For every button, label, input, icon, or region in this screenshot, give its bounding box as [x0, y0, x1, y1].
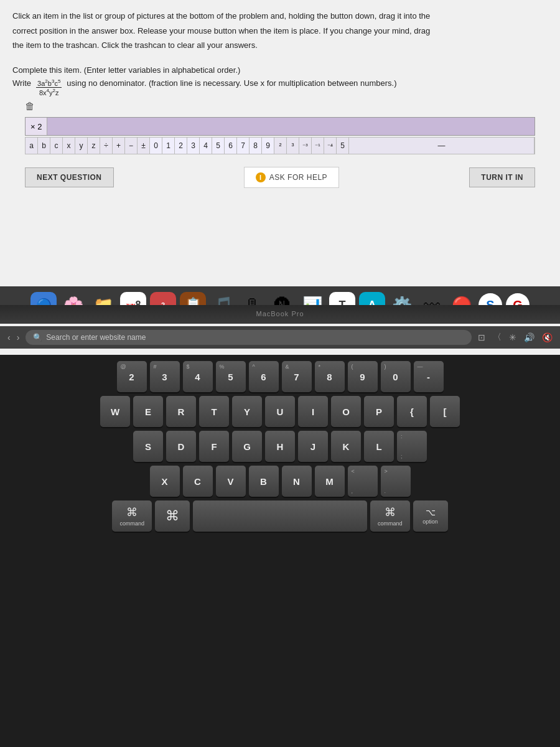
keyboard-row-asdf: S D F G H J K L :; — [5, 431, 555, 462]
key-u[interactable]: U — [265, 396, 295, 427]
key-9[interactable]: (9 — [348, 361, 378, 392]
sym-7[interactable]: 7 — [237, 138, 250, 154]
key-p[interactable]: P — [364, 396, 394, 427]
sym-1[interactable]: 1 — [162, 138, 175, 154]
sym-4[interactable]: 4 — [200, 138, 212, 154]
key-i[interactable]: I — [298, 396, 328, 427]
key-5[interactable]: %5 — [216, 361, 246, 392]
key-cmd-left[interactable]: ⌘ command — [112, 500, 152, 532]
sym-minus[interactable]: − — [125, 138, 138, 154]
sym-2[interactable]: 2 — [175, 138, 187, 154]
browser-address-bar: ‹ › 🔍 Search or enter website name ⊡ 〈 ✳… — [0, 326, 560, 349]
sym-slider[interactable]: — — [349, 138, 534, 154]
key-6[interactable]: ^6 — [249, 361, 279, 392]
browser-forward-button[interactable]: › — [17, 332, 20, 342]
volume-icon[interactable]: 🔊 — [524, 332, 534, 342]
key-g[interactable]: G — [232, 431, 262, 462]
sym-b[interactable]: b — [38, 138, 50, 154]
key-cmd-right[interactable]: ⌘ command — [370, 500, 410, 532]
write-word: Write — [12, 78, 31, 88]
browser-address-field[interactable]: 🔍 Search or enter website name — [26, 330, 472, 345]
key-l[interactable]: L — [364, 431, 394, 462]
key-j[interactable]: J — [298, 431, 328, 462]
ask-for-help-button[interactable]: i ASK FOR HELP — [244, 167, 339, 188]
key-b[interactable]: B — [249, 466, 279, 497]
info-icon: i — [256, 172, 266, 182]
sym-0[interactable]: 0 — [150, 138, 162, 154]
key-c[interactable]: C — [183, 466, 213, 497]
key-option[interactable]: ⌥ option — [413, 500, 448, 532]
next-question-button[interactable]: NEXT QUESTION — [25, 167, 114, 187]
sidebar-icon[interactable]: 〈 — [493, 332, 502, 343]
key-w[interactable]: W — [100, 396, 130, 427]
key-e[interactable]: E — [133, 396, 163, 427]
sym-neg1[interactable]: ⁻¹ — [312, 138, 324, 154]
sym-8[interactable]: 8 — [250, 138, 262, 154]
mute-icon[interactable]: 🔇 — [542, 332, 553, 342]
key-colon[interactable]: :; — [397, 431, 427, 462]
sym-sq[interactable]: ² — [274, 138, 287, 154]
sym-z[interactable]: z — [88, 138, 100, 154]
cmd-left-label: command — [119, 520, 144, 527]
sym-neg4[interactable]: ⁻⁴ — [324, 138, 337, 154]
sym-plus[interactable]: + — [113, 138, 125, 154]
write-label: Write 3a2b3c5 8x4y2z using no denominato… — [12, 78, 548, 96]
key-2[interactable]: @2 — [117, 361, 147, 392]
key-bracket-close[interactable]: [ — [430, 396, 460, 427]
sym-y[interactable]: y — [75, 138, 88, 154]
sym-x[interactable]: x — [63, 138, 75, 154]
key-t[interactable]: T — [199, 396, 229, 427]
key-space[interactable] — [193, 500, 367, 532]
answer-input-row[interactable]: × 2 — [25, 117, 535, 136]
browser-back-button[interactable]: ‹ — [7, 332, 11, 342]
sym-c[interactable]: c — [50, 138, 63, 154]
trash-icon[interactable]: 🗑 — [25, 101, 535, 112]
sym-5[interactable]: 5 — [212, 138, 225, 154]
key-8[interactable]: *8 — [315, 361, 345, 392]
sym-div[interactable]: ÷ — [100, 138, 113, 154]
key-7[interactable]: &7 — [282, 361, 312, 392]
sym-5b[interactable]: 5 — [337, 138, 349, 154]
key-v[interactable]: V — [216, 466, 246, 497]
key-bracket-open[interactable]: { — [397, 396, 427, 427]
fraction-numerator: 3a2b3c5 — [36, 78, 62, 88]
key-x[interactable]: X — [150, 466, 180, 497]
turn-it-in-button[interactable]: TURN IT IN — [469, 167, 535, 187]
screen-share-icon[interactable]: ⊡ — [478, 332, 485, 342]
key-4[interactable]: $4 — [183, 361, 213, 392]
sym-neg3[interactable]: ⁻³ — [299, 138, 312, 154]
instruction-line3: the item to the trashcan. Click the tras… — [12, 39, 548, 52]
key-r[interactable]: R — [166, 396, 196, 427]
answer-rest-area — [47, 118, 534, 135]
instructions-area: Click an item in the list or group of pi… — [0, 0, 560, 60]
browser-action-icons: ⊡ 〈 ✳ 🔊 🔇 — [478, 332, 553, 343]
key-minus[interactable]: —- — [414, 361, 444, 392]
key-gt[interactable]: >. — [381, 466, 411, 497]
sym-a[interactable]: a — [26, 138, 38, 154]
key-d[interactable]: D — [166, 431, 196, 462]
key-lt[interactable]: <, — [348, 466, 378, 497]
key-k[interactable]: K — [331, 431, 361, 462]
key-h[interactable]: H — [265, 431, 295, 462]
cmd-right-symbol: ⌘ — [385, 505, 396, 519]
address-text: Search or enter website name — [46, 333, 146, 342]
key-n[interactable]: N — [282, 466, 312, 497]
key-hash-left[interactable]: ⌘ — [155, 500, 190, 532]
instruction-line1: Click an item in the list or group of pi… — [12, 10, 548, 22]
key-f[interactable]: F — [199, 431, 229, 462]
settings-icon[interactable]: ✳ — [509, 332, 516, 342]
key-s[interactable]: S — [133, 431, 163, 462]
sym-pm[interactable]: ± — [138, 138, 150, 154]
sym-3[interactable]: 3 — [187, 138, 200, 154]
sym-6[interactable]: 6 — [225, 138, 237, 154]
sym-9[interactable]: 9 — [262, 138, 274, 154]
sym-cu[interactable]: ³ — [287, 138, 299, 154]
key-y[interactable]: Y — [232, 396, 262, 427]
keyboard-row-zxcv: X C V B N M <, >. — [5, 466, 555, 497]
key-o[interactable]: O — [331, 396, 361, 427]
key-0[interactable]: )0 — [381, 361, 411, 392]
key-m[interactable]: M — [315, 466, 345, 497]
macbook-label: MacBook Pro — [256, 310, 304, 317]
cmd-right-label: command — [378, 520, 403, 527]
key-3[interactable]: #3 — [150, 361, 180, 392]
